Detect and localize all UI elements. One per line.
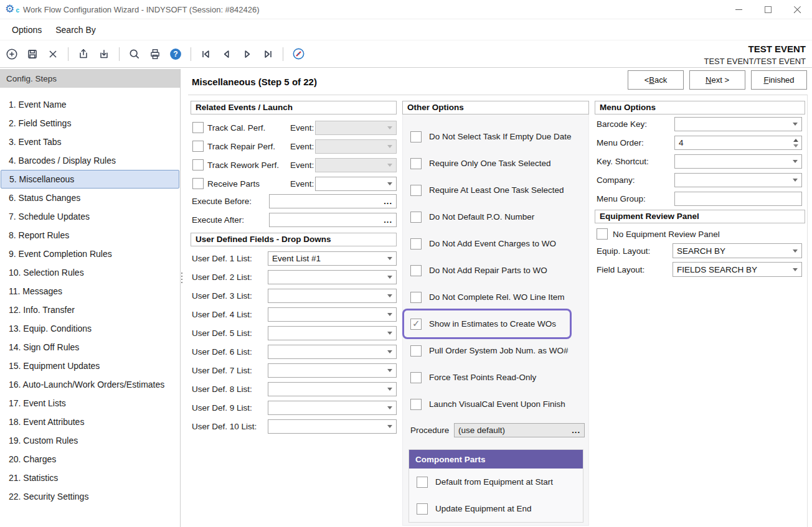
sidebar-item[interactable]: 13. Equip. Conditions bbox=[0, 319, 180, 338]
checkbox[interactable] bbox=[410, 131, 422, 142]
export-icon[interactable] bbox=[77, 47, 90, 61]
user-def-dropdown[interactable] bbox=[268, 401, 397, 415]
checkbox[interactable] bbox=[597, 228, 608, 240]
checkbox[interactable] bbox=[410, 399, 422, 410]
option-row[interactable]: Do Not Complete Rel. WO Line Item bbox=[403, 284, 588, 310]
field-layout-dropdown[interactable]: FIELDS SEARCH BY bbox=[673, 262, 802, 277]
execute-after-input[interactable]: ... bbox=[269, 213, 397, 227]
sidebar-item[interactable]: 14. Sign Off Rules bbox=[0, 338, 180, 357]
checkbox[interactable] bbox=[410, 345, 422, 357]
menu-options[interactable]: Options bbox=[6, 22, 47, 38]
sidebar-item[interactable]: 8. Report Rules bbox=[0, 226, 180, 245]
checkbox[interactable] bbox=[410, 265, 422, 276]
event-dropdown[interactable] bbox=[315, 177, 397, 191]
spinner-arrows[interactable] bbox=[793, 139, 798, 147]
option-row[interactable]: Show in Estimates to Create WOs bbox=[404, 310, 570, 337]
sidebar-item[interactable]: 10. Selection Rules bbox=[0, 263, 180, 282]
help-icon[interactable]: ? bbox=[169, 47, 182, 61]
user-def-dropdown[interactable] bbox=[268, 270, 397, 284]
print-icon[interactable] bbox=[148, 47, 162, 61]
finished-button[interactable]: Finished bbox=[751, 70, 807, 90]
sidebar-item[interactable]: 19. Custom Rules bbox=[0, 431, 180, 450]
back-button[interactable]: < Back bbox=[628, 70, 684, 90]
user-def-dropdown[interactable]: Event List #1 bbox=[268, 251, 397, 266]
option-row[interactable]: Launch VisualCal Event Upon Finish bbox=[403, 391, 588, 417]
checkbox[interactable] bbox=[410, 292, 422, 303]
sidebar-item[interactable]: 21. Statistics bbox=[0, 469, 180, 487]
splitter-grip[interactable] bbox=[181, 273, 182, 283]
option-row[interactable]: Do Not Add Repair Parts to WO bbox=[403, 257, 588, 284]
sidebar-item[interactable]: 20. Charges bbox=[0, 450, 180, 469]
procedure-input[interactable]: (use default) ... bbox=[454, 423, 585, 437]
equip-layout-dropdown[interactable]: SEARCH BY bbox=[673, 243, 802, 258]
nav-previous-icon[interactable] bbox=[220, 47, 234, 61]
checkbox[interactable] bbox=[192, 122, 204, 133]
sidebar-item[interactable]: 18. Event Attributes bbox=[0, 413, 180, 431]
browse-button[interactable]: ... bbox=[384, 213, 392, 226]
sidebar-item[interactable]: 5. Miscellaneous bbox=[1, 170, 179, 189]
option-row[interactable]: Default from Equipment at Start bbox=[409, 469, 583, 495]
sidebar-item[interactable]: 15. Equipment Updates bbox=[0, 357, 180, 375]
sidebar-item[interactable]: 7. Schedule Updates bbox=[0, 207, 180, 226]
key-shortcut-dropdown[interactable] bbox=[674, 154, 802, 169]
checkbox[interactable] bbox=[410, 238, 422, 250]
search-icon[interactable] bbox=[128, 47, 141, 61]
user-def-dropdown[interactable] bbox=[268, 326, 397, 340]
menu-search-by[interactable]: Search By bbox=[50, 22, 102, 38]
execute-before-input[interactable]: ... bbox=[269, 194, 397, 208]
sidebar-item[interactable]: 2. Field Settings bbox=[0, 114, 180, 133]
barcode-key-dropdown[interactable] bbox=[674, 117, 802, 131]
checkbox[interactable] bbox=[410, 372, 422, 383]
next-button[interactable]: Next > bbox=[689, 70, 745, 90]
import-icon[interactable] bbox=[97, 47, 111, 61]
user-def-dropdown[interactable] bbox=[268, 382, 397, 396]
spin-up-icon[interactable] bbox=[793, 139, 798, 142]
option-row[interactable]: Update Equipment at End bbox=[409, 495, 583, 522]
event-dropdown[interactable] bbox=[315, 139, 397, 154]
event-dropdown[interactable] bbox=[315, 158, 397, 172]
option-row[interactable]: Require At Least One Task Selected bbox=[403, 177, 588, 203]
menu-order-stepper[interactable]: 4 bbox=[674, 136, 802, 150]
company-dropdown[interactable] bbox=[674, 173, 802, 187]
browse-button[interactable]: ... bbox=[384, 195, 392, 208]
option-row[interactable]: Do Not Add Event Charges to WO bbox=[403, 230, 588, 257]
no-equipment-review-row[interactable]: No Equipment Review Panel bbox=[595, 226, 805, 241]
checkbox[interactable] bbox=[417, 477, 428, 488]
checkbox[interactable] bbox=[192, 141, 204, 152]
close-button[interactable] bbox=[783, 0, 812, 19]
delete-icon[interactable] bbox=[46, 47, 60, 61]
sidebar-item[interactable]: 3. Event Tabs bbox=[0, 133, 180, 151]
sidebar-item[interactable]: 16. Auto-Launch/Work Orders/Estimates bbox=[0, 375, 180, 394]
nav-first-icon[interactable] bbox=[199, 47, 213, 61]
sidebar-item[interactable]: 17. Event Lists bbox=[0, 394, 180, 413]
checkbox[interactable] bbox=[410, 158, 422, 169]
user-def-dropdown[interactable] bbox=[268, 289, 397, 303]
option-row[interactable]: Do Not Select Task If Empty Due Date bbox=[403, 123, 588, 150]
minimize-button[interactable] bbox=[724, 0, 753, 19]
save-icon[interactable] bbox=[26, 47, 39, 61]
user-def-dropdown[interactable] bbox=[268, 345, 397, 359]
checkbox[interactable] bbox=[410, 185, 422, 196]
sidebar-item[interactable]: 4. Barcodes / Display Rules bbox=[0, 151, 180, 170]
sidebar-item[interactable]: 11. Messages bbox=[0, 282, 180, 301]
checkbox[interactable] bbox=[410, 212, 422, 223]
nav-next-icon[interactable] bbox=[240, 47, 254, 61]
option-row[interactable]: Force Test Points Read-Only bbox=[403, 364, 588, 391]
sidebar-item[interactable]: 22. Security Settings bbox=[0, 487, 180, 506]
browse-button[interactable]: ... bbox=[572, 424, 580, 437]
user-def-dropdown[interactable] bbox=[268, 307, 397, 322]
checkbox[interactable] bbox=[192, 178, 204, 189]
sidebar-item[interactable]: 6. Status Changes bbox=[0, 189, 180, 207]
sidebar-item[interactable]: 9. Event Completion Rules bbox=[0, 245, 180, 263]
sidebar-item[interactable]: 1. Event Name bbox=[0, 95, 180, 114]
option-row[interactable]: Pull Order System Job Num. as WO# bbox=[403, 337, 588, 364]
option-row[interactable]: Require Only One Task Selected bbox=[403, 150, 588, 177]
checkbox[interactable] bbox=[192, 159, 204, 170]
add-icon[interactable] bbox=[5, 47, 19, 61]
checkbox[interactable] bbox=[410, 319, 422, 330]
option-row[interactable]: Do Not Default P.O. Number bbox=[403, 203, 588, 230]
menu-group-input[interactable] bbox=[674, 192, 802, 206]
user-def-dropdown[interactable] bbox=[268, 419, 397, 434]
checkbox[interactable] bbox=[417, 503, 428, 515]
sidebar-item[interactable]: 12. Info. Transfer bbox=[0, 301, 180, 319]
